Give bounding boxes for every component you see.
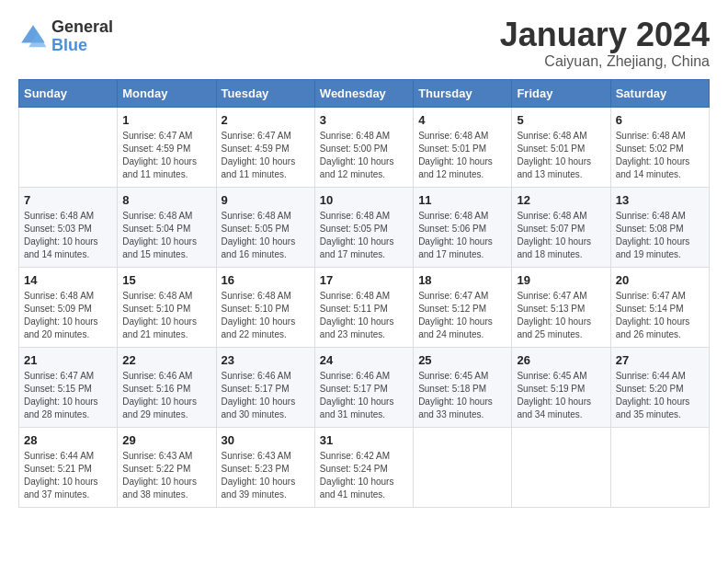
day-number: 27: [616, 353, 704, 367]
day-number: 9: [222, 193, 310, 207]
day-header-friday: Friday: [512, 80, 610, 108]
day-info: Sunrise: 6:48 AM Sunset: 5:06 PM Dayligh…: [418, 210, 506, 261]
day-info: Sunrise: 6:48 AM Sunset: 5:01 PM Dayligh…: [517, 130, 605, 181]
day-header-sunday: Sunday: [19, 80, 118, 108]
day-header-wednesday: Wednesday: [314, 80, 413, 108]
logo-icon: [18, 22, 48, 52]
days-header-row: SundayMondayTuesdayWednesdayThursdayFrid…: [19, 80, 710, 108]
day-number: 13: [616, 193, 704, 207]
day-header-saturday: Saturday: [610, 80, 709, 108]
calendar-cell: 12Sunrise: 6:48 AM Sunset: 5:07 PM Dayli…: [512, 188, 610, 268]
day-info: Sunrise: 6:44 AM Sunset: 5:21 PM Dayligh…: [24, 450, 112, 501]
day-info: Sunrise: 6:48 AM Sunset: 5:04 PM Dayligh…: [122, 210, 210, 261]
day-number: 14: [24, 273, 112, 287]
day-info: Sunrise: 6:47 AM Sunset: 4:59 PM Dayligh…: [222, 130, 310, 181]
day-info: Sunrise: 6:47 AM Sunset: 5:15 PM Dayligh…: [24, 370, 112, 421]
calendar-cell: [414, 428, 512, 508]
day-info: Sunrise: 6:42 AM Sunset: 5:24 PM Dayligh…: [320, 450, 408, 501]
calendar-cell: 23Sunrise: 6:46 AM Sunset: 5:17 PM Dayli…: [216, 348, 314, 428]
day-number: 16: [222, 273, 310, 287]
day-info: Sunrise: 6:46 AM Sunset: 5:17 PM Dayligh…: [320, 370, 408, 421]
day-number: 17: [320, 273, 408, 287]
calendar-cell: 19Sunrise: 6:47 AM Sunset: 5:13 PM Dayli…: [512, 268, 610, 348]
calendar-cell: 25Sunrise: 6:45 AM Sunset: 5:18 PM Dayli…: [414, 348, 512, 428]
day-info: Sunrise: 6:46 AM Sunset: 5:17 PM Dayligh…: [222, 370, 310, 421]
day-number: 8: [122, 193, 210, 207]
calendar-cell: 18Sunrise: 6:47 AM Sunset: 5:12 PM Dayli…: [414, 268, 512, 348]
day-number: 19: [517, 273, 605, 287]
calendar-cell: 15Sunrise: 6:48 AM Sunset: 5:10 PM Dayli…: [118, 268, 216, 348]
day-number: 18: [418, 273, 506, 287]
day-number: 5: [517, 113, 605, 127]
day-number: 12: [517, 193, 605, 207]
day-info: Sunrise: 6:45 AM Sunset: 5:18 PM Dayligh…: [418, 370, 506, 421]
day-info: Sunrise: 6:47 AM Sunset: 4:59 PM Dayligh…: [122, 130, 210, 181]
logo-general: General: [51, 18, 113, 37]
calendar-cell: 11Sunrise: 6:48 AM Sunset: 5:06 PM Dayli…: [414, 188, 512, 268]
logo-text: General Blue: [51, 18, 113, 55]
day-info: Sunrise: 6:48 AM Sunset: 5:03 PM Dayligh…: [24, 210, 112, 261]
page-header: General Blue January 2024 Caiyuan, Zheji…: [18, 18, 710, 70]
week-row-2: 7Sunrise: 6:48 AM Sunset: 5:03 PM Daylig…: [19, 188, 710, 268]
calendar-cell: 6Sunrise: 6:48 AM Sunset: 5:02 PM Daylig…: [610, 108, 709, 188]
day-info: Sunrise: 6:48 AM Sunset: 5:10 PM Dayligh…: [222, 290, 310, 341]
day-number: 30: [222, 433, 310, 447]
week-row-1: 1Sunrise: 6:47 AM Sunset: 4:59 PM Daylig…: [19, 108, 710, 188]
calendar-cell: 21Sunrise: 6:47 AM Sunset: 5:15 PM Dayli…: [19, 348, 118, 428]
day-number: 31: [320, 433, 408, 447]
calendar-cell: 27Sunrise: 6:44 AM Sunset: 5:20 PM Dayli…: [610, 348, 709, 428]
logo: General Blue: [18, 18, 113, 55]
calendar-cell: 3Sunrise: 6:48 AM Sunset: 5:00 PM Daylig…: [314, 108, 413, 188]
logo-blue: Blue: [51, 37, 113, 55]
day-number: 7: [24, 193, 112, 207]
calendar-cell: 8Sunrise: 6:48 AM Sunset: 5:04 PM Daylig…: [118, 188, 216, 268]
calendar-cell: 1Sunrise: 6:47 AM Sunset: 4:59 PM Daylig…: [118, 108, 216, 188]
day-number: 24: [320, 353, 408, 367]
day-info: Sunrise: 6:48 AM Sunset: 5:01 PM Dayligh…: [418, 130, 506, 181]
day-number: 20: [616, 273, 704, 287]
day-info: Sunrise: 6:48 AM Sunset: 5:05 PM Dayligh…: [222, 210, 310, 261]
day-number: 29: [122, 433, 210, 447]
day-info: Sunrise: 6:48 AM Sunset: 5:11 PM Dayligh…: [320, 290, 408, 341]
calendar-cell: 24Sunrise: 6:46 AM Sunset: 5:17 PM Dayli…: [314, 348, 413, 428]
day-info: Sunrise: 6:48 AM Sunset: 5:02 PM Dayligh…: [616, 130, 704, 181]
calendar-cell: [512, 428, 610, 508]
calendar-cell: 9Sunrise: 6:48 AM Sunset: 5:05 PM Daylig…: [216, 188, 314, 268]
calendar-cell: 13Sunrise: 6:48 AM Sunset: 5:08 PM Dayli…: [610, 188, 709, 268]
day-number: 26: [517, 353, 605, 367]
calendar-cell: 16Sunrise: 6:48 AM Sunset: 5:10 PM Dayli…: [216, 268, 314, 348]
day-info: Sunrise: 6:43 AM Sunset: 5:23 PM Dayligh…: [222, 450, 310, 501]
day-info: Sunrise: 6:48 AM Sunset: 5:05 PM Dayligh…: [320, 210, 408, 261]
day-info: Sunrise: 6:48 AM Sunset: 5:07 PM Dayligh…: [517, 210, 605, 261]
calendar-cell: 28Sunrise: 6:44 AM Sunset: 5:21 PM Dayli…: [19, 428, 118, 508]
day-info: Sunrise: 6:45 AM Sunset: 5:19 PM Dayligh…: [517, 370, 605, 421]
day-number: 15: [122, 273, 210, 287]
day-number: 3: [320, 113, 408, 127]
calendar-cell: [19, 108, 118, 188]
day-info: Sunrise: 6:46 AM Sunset: 5:16 PM Dayligh…: [122, 370, 210, 421]
day-number: 2: [222, 113, 310, 127]
location-subtitle: Caiyuan, Zhejiang, China: [500, 53, 710, 70]
calendar-table: SundayMondayTuesdayWednesdayThursdayFrid…: [18, 79, 710, 508]
calendar-cell: 4Sunrise: 6:48 AM Sunset: 5:01 PM Daylig…: [414, 108, 512, 188]
title-block: January 2024 Caiyuan, Zhejiang, China: [500, 18, 710, 70]
day-info: Sunrise: 6:44 AM Sunset: 5:20 PM Dayligh…: [616, 370, 704, 421]
day-number: 28: [24, 433, 112, 447]
day-header-tuesday: Tuesday: [216, 80, 314, 108]
day-header-thursday: Thursday: [414, 80, 512, 108]
calendar-cell: 2Sunrise: 6:47 AM Sunset: 4:59 PM Daylig…: [216, 108, 314, 188]
day-number: 23: [222, 353, 310, 367]
day-number: 10: [320, 193, 408, 207]
day-info: Sunrise: 6:47 AM Sunset: 5:13 PM Dayligh…: [517, 290, 605, 341]
calendar-cell: 31Sunrise: 6:42 AM Sunset: 5:24 PM Dayli…: [314, 428, 413, 508]
day-number: 25: [418, 353, 506, 367]
day-number: 11: [418, 193, 506, 207]
day-number: 6: [616, 113, 704, 127]
day-info: Sunrise: 6:48 AM Sunset: 5:09 PM Dayligh…: [24, 290, 112, 341]
week-row-4: 21Sunrise: 6:47 AM Sunset: 5:15 PM Dayli…: [19, 348, 710, 428]
calendar-cell: 30Sunrise: 6:43 AM Sunset: 5:23 PM Dayli…: [216, 428, 314, 508]
day-info: Sunrise: 6:48 AM Sunset: 5:10 PM Dayligh…: [122, 290, 210, 341]
day-number: 1: [122, 113, 210, 127]
day-info: Sunrise: 6:48 AM Sunset: 5:08 PM Dayligh…: [616, 210, 704, 261]
day-number: 4: [418, 113, 506, 127]
